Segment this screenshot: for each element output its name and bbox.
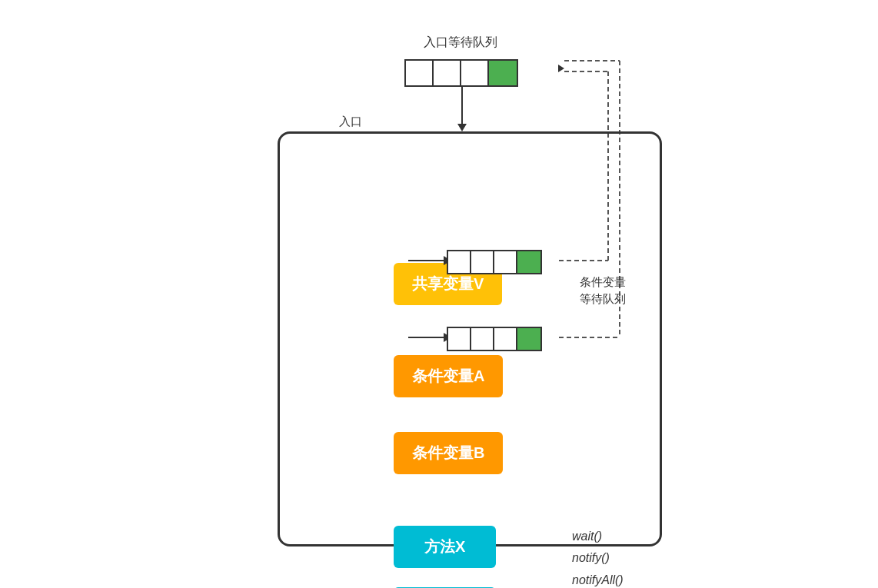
entry-queue-cells (404, 59, 518, 87)
cond-queue-a (447, 250, 542, 274)
entry-cell-3 (461, 61, 489, 85)
cond-a-cell-1 (448, 251, 471, 273)
entry-queue-label: 入口等待队列 (424, 35, 497, 51)
cond-queue-b-cells (447, 327, 542, 351)
entry-label: 入口 (339, 115, 362, 129)
cond-b-cell-1 (448, 328, 471, 350)
cond-b-cell-3 (494, 328, 517, 350)
notify-method: notify() (572, 547, 624, 570)
cond-a-cell-2 (471, 251, 494, 273)
condition-variable-a: 条件变量A (394, 355, 503, 397)
svg-marker-8 (457, 124, 467, 131)
condition-queue-label: 条件变量 等待队列 (580, 274, 626, 308)
entry-cell-2 (434, 61, 461, 85)
arrow-cond-b (408, 337, 445, 338)
cond-queue-a-cells (447, 250, 542, 274)
notifyall-method: notifyAll() (572, 570, 624, 588)
cond-a-cell-3 (494, 251, 517, 273)
cond-b-cell-2 (471, 328, 494, 350)
methods-text: wait() notify() notifyAll() (572, 526, 624, 589)
svg-marker-6 (558, 65, 564, 72)
entry-queue (404, 59, 518, 87)
cond-queue-b (447, 327, 542, 351)
wait-method: wait() (572, 526, 624, 548)
entry-cell-4 (489, 61, 517, 85)
cond-b-cell-4 (517, 328, 540, 350)
diagram-wrapper: 入口等待队列 入口 共享变量V 条件变量 等待队列 条件变量A 条件变量B (178, 25, 700, 563)
cond-a-cell-4 (517, 251, 540, 273)
entry-cell-1 (406, 61, 434, 85)
condition-variable-b: 条件变量B (394, 432, 503, 474)
method-x: 方法X (394, 526, 496, 568)
arrow-cond-a (408, 260, 445, 261)
